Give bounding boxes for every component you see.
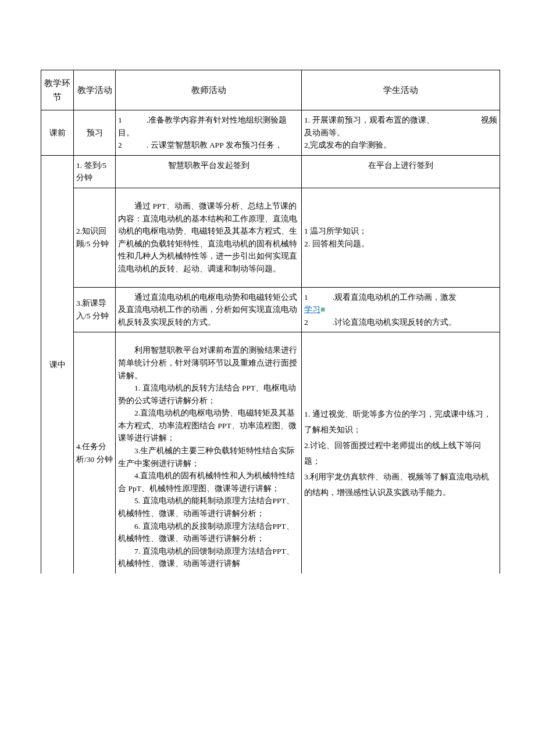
- table-row: 课前 预习 1 .准备教学内容并有针对性地组织测验题目。 2 . 云课堂智慧职教…: [41, 110, 500, 156]
- table-row: 2.知识回顾/5 分钟 通过 PPT、动画、微课等分析、总结上节课的内容：直流电…: [41, 188, 500, 287]
- student-line: 2.讨论、回答面授过程中老师提出的线上线下等问题；: [304, 438, 497, 469]
- student-line: 1. 开展课前预习，观看布置的微课、: [304, 114, 477, 127]
- teacher-line: 1. 直流电动机的反转方法结合 PPT、电枢电动势的公式等进行讲解分析；: [118, 382, 299, 407]
- student-line: 2 .讨论直流电动机实现反转的方式。: [304, 316, 497, 329]
- teacher-line: 通过直流电动机的电枢电动势和电磁转矩公式及直流电动机工作的动画，分析如何实现直流…: [118, 291, 299, 329]
- student-cell-intro: 1 .观看直流电动机的工作动画，激发 学习■ 2 .讨论直流电动机实现反转的方式…: [302, 287, 500, 332]
- teacher-line: 通过 PPT、动画、微课等分析、总结上节课的内容：直流电动机的基本结构和工作原理…: [118, 200, 299, 275]
- activity-signin: 1. 签到/5分钟: [74, 155, 116, 188]
- header-teacher: 教师活动: [116, 70, 302, 110]
- teacher-line: 2.直流电动机的电枢电动势、电磁转矩及其基本方程式、功率流程图结合 PPT、功率…: [118, 407, 299, 445]
- teacher-cell-preview: 1 .准备教学内容并有针对性地组织测验题目。 2 . 云课堂智慧职教 APP 发…: [116, 110, 302, 156]
- student-cell-signin: 在平台上进行签到: [302, 155, 500, 188]
- student-link-line: 学习■: [304, 303, 497, 316]
- activity-review: 2.知识回顾/5 分钟: [74, 188, 116, 287]
- student-line: 2. 回答相关问题。: [304, 238, 497, 250]
- phase-in-class: 课中: [41, 155, 74, 574]
- teacher-line: 3.生产机械的主要三种负载转矩特性结合实际生产中案例进行讲解；: [118, 445, 299, 470]
- activity-task-analysis: 4.任务分析/30 分钟: [74, 332, 116, 574]
- teacher-cell-review: 通过 PPT、动画、微课等分析、总结上节课的内容：直流电动机的基本结构和工作原理…: [116, 188, 302, 287]
- header-phase: 教学环节: [41, 70, 74, 110]
- teacher-line: 2 . 云课堂智慧职教 APP 发布预习任务，: [118, 139, 299, 152]
- student-line: 1 .观看直流电动机的工作动画，激发: [304, 291, 497, 304]
- table-header-row: 教学环节 教学活动 教师活动 学生活动: [41, 70, 500, 110]
- student-line: 及动画等。: [304, 127, 477, 139]
- phase-pre-class: 课前: [41, 110, 74, 156]
- activity-preview: 预习: [74, 110, 116, 156]
- table-row: 4.任务分析/30 分钟 利用智慧职教平台对课前布置的测验结果进行简单统计分析，…: [41, 332, 500, 574]
- student-line: 2,完成发布的自学测验。: [304, 139, 497, 152]
- student-line: 3.利用宇龙仿真软件、动画、视频等了解直流电动机的结构，增强感性认识及实践动手能…: [304, 469, 497, 500]
- student-cell-review: 1 温习所学知识； 2. 回答相关问题。: [302, 188, 500, 287]
- lesson-plan-table: 教学环节 教学活动 教师活动 学生活动 课前 预习 1 .准备教学内容并有针对性…: [41, 70, 500, 574]
- activity-intro: 3.新课导入/5 分钟: [74, 287, 116, 332]
- table-row: 3.新课导入/5 分钟 通过直流电动机的电枢电动势和电磁转矩公式及直流电动机工作…: [41, 287, 500, 332]
- student-cell-task: 1. 通过视觉、听觉等多方位的学习，完成课中练习，了解相关知识； 2.讨论、回答…: [302, 332, 500, 574]
- teacher-cell-intro: 通过直流电动机的电枢电动势和电磁转矩公式及直流电动机工作的动画，分析如何实现直流…: [116, 287, 302, 332]
- student-cell-preview: 1. 开展课前预习，观看布置的微课、 及动画等。 视频 2,完成发布的自学测验。: [302, 110, 500, 156]
- header-activity: 教学活动: [74, 70, 116, 110]
- teacher-line: 7. 直流电动机的回馈制动原理方法结合PPT、机械特性、微课、动画等进行讲解: [118, 545, 299, 570]
- link-marker-icon: ■: [320, 305, 325, 314]
- study-link[interactable]: 学习: [304, 305, 320, 314]
- student-line: 1. 通过视觉、听觉等多方位的学习，完成课中练习，了解相关知识；: [304, 406, 497, 438]
- table-row: 课中 1. 签到/5分钟 智慧职教平台发起签到 在平台上进行签到: [41, 155, 500, 188]
- teacher-line: 6. 直流电动机的反接制动原理方法结合PPT、机械特性、微课、动画等进行讲解分析…: [118, 520, 299, 545]
- teacher-line: 4.直流电机的固有机械特性和人为机械特性结合 PpT、机械特性原理图、微课等进行…: [118, 470, 299, 495]
- student-line: 1 温习所学知识；: [304, 225, 497, 238]
- student-line-right: 视频: [477, 114, 497, 127]
- header-student: 学生活动: [302, 70, 500, 110]
- teacher-line: 5. 直流电动机的能耗制动原理方法结合PPT、机械特性、微课、动画等进行讲解分析…: [118, 495, 299, 519]
- teacher-line: 1 .准备教学内容并有针对性地组织测验题目。: [118, 114, 299, 139]
- teacher-cell-signin: 智慧职教平台发起签到: [116, 155, 302, 188]
- teacher-cell-task: 利用智慧职教平台对课前布置的测验结果进行简单统计分析，针对薄弱环节以及重难点进行…: [116, 332, 302, 574]
- teacher-line: 利用智慧职教平台对课前布置的测验结果进行简单统计分析，针对薄弱环节以及重难点进行…: [118, 344, 299, 382]
